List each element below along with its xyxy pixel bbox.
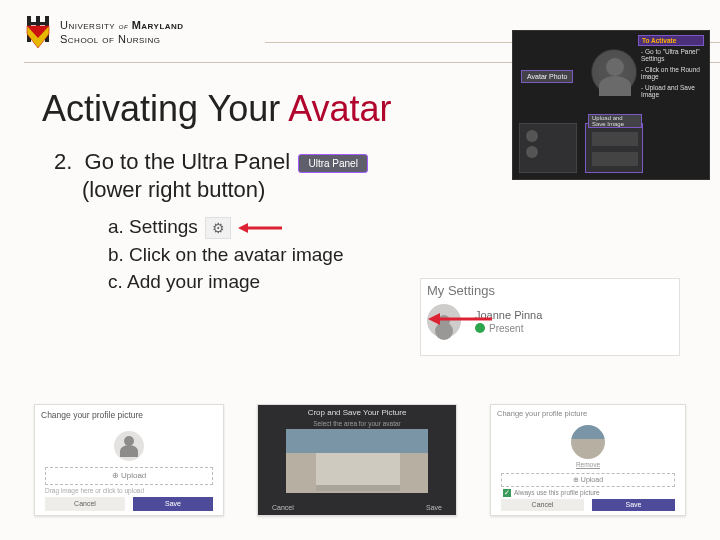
svg-marker-5 <box>238 223 248 233</box>
diagram-mini-left <box>519 123 577 173</box>
avatar-preview-image <box>571 425 605 459</box>
arrow-red-icon <box>428 312 492 326</box>
cancel-button: Cancel <box>45 497 125 511</box>
svg-marker-7 <box>428 313 440 325</box>
remove-link: Remove <box>576 461 600 468</box>
my-settings-header: My Settings <box>427 283 673 298</box>
shield-icon <box>24 16 52 48</box>
svg-rect-3 <box>27 22 49 25</box>
change-picture-dialog-1: Change your profile picture ⊕ Upload Dra… <box>34 404 224 516</box>
arrow-red-icon <box>238 221 282 235</box>
save-button: Save <box>133 497 213 511</box>
avatar-placeholder-icon <box>591 49 637 95</box>
activation-diagram: Avatar Photo To Activate - Go to "Ultra … <box>512 30 710 180</box>
gear-icon: ⚙ <box>205 217 231 239</box>
substep-b: b. Click on the avatar image <box>108 241 720 269</box>
crop-preview-image <box>286 429 428 493</box>
ultra-panel-badge: Ultra Panel <box>298 154 368 173</box>
university-line: University of Maryland <box>60 19 184 32</box>
diagram-mini-right: Upload and Save Image <box>585 123 643 173</box>
always-use-checkbox: ✓Always use this profile picture <box>503 489 600 497</box>
cancel-button: Cancel <box>501 499 584 511</box>
crop-picture-dialog: Crop and Save Your Picture Select the ar… <box>257 404 457 516</box>
save-button: Save <box>592 499 675 511</box>
bottom-screenshots: Change your profile picture ⊕ Upload Dra… <box>34 404 686 516</box>
avatar-placeholder-icon <box>114 431 144 461</box>
avatar-photo-label: Avatar Photo <box>521 70 573 83</box>
upload-dropzone: ⊕ Upload <box>45 467 213 485</box>
to-activate-panel: To Activate - Go to "Ultra Panel" Settin… <box>638 35 704 100</box>
change-picture-dialog-2: Change your profile picture Remove ⊕ Upl… <box>490 404 686 516</box>
umd-logo: University of Maryland School of Nursing <box>24 16 184 48</box>
school-line: School of Nursing <box>60 33 184 46</box>
upload-dropzone: ⊕ Upload <box>501 473 675 487</box>
checkbox-checked-icon: ✓ <box>503 489 511 497</box>
substep-a: a. Settings ⚙ <box>108 213 720 241</box>
